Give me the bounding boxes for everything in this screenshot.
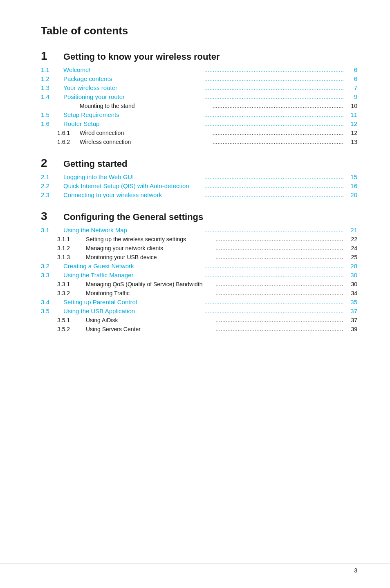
page-3-5-2: 39 [345,326,357,332]
toc-entry-3-5: 3.5 Using the USB Application 37 [41,306,357,315]
toc-title: Table of contents [41,25,357,37]
entry-label-3-2: Creating a Guest Network [63,263,203,269]
dots-1-1 [204,66,344,73]
dots-2-3 [204,191,344,198]
footer-line [0,563,390,563]
page-1-6-2: 13 [345,139,357,145]
page-1-6: 12 [345,120,357,127]
toc-entry-3-1: 3.1 Using the Network Map 21 [41,225,357,234]
toc-entry-1-6: 1.6 Router Setup 12 [41,119,357,128]
page-1-6-1: 12 [345,130,357,136]
entry-num-1-1: 1.1 [41,66,63,73]
page-2-1: 15 [345,173,357,180]
entry-label-3-5-2: Using Servers Center [86,326,214,332]
entry-label-1-6: Router Setup [63,120,203,127]
page-3-2: 28 [345,263,357,269]
dots-3-2 [204,263,344,269]
dots-1-5 [204,111,344,118]
page-3-1-3: 25 [345,254,357,260]
entry-num-3-4: 3.4 [41,298,63,305]
toc-entry-3-1-2: 3.1.2 Managing your network clients 24 [41,243,357,252]
entry-num-3-2: 3.2 [41,263,63,269]
entry-label-2-1: Logging into the Web GUI [63,173,203,180]
toc-entry-2-1: 2.1 Logging into the Web GUI 15 [41,172,357,181]
toc-entry-1-3: 1.3 Your wireless router 7 [41,83,357,92]
entry-label-3-5-1: Using AiDisk [86,317,214,323]
toc-entry-3-5-1: 3.5.1 Using AiDisk 37 [41,315,357,324]
entry-num-1-6-1: 1.6.1 [57,130,80,136]
toc-entry-3-3-1: 3.3.1 Managing QoS (Quality of Service) … [41,279,357,288]
page-3-5: 37 [345,307,357,314]
dots-1-6 [204,120,344,127]
dots-3-5 [204,307,344,314]
toc-entry-1-4: 1.4 Positioning your router 9 [41,92,357,101]
page-1-4: 9 [345,93,357,100]
entry-num-3-1: 3.1 [41,227,63,233]
entry-label-2-3: Connecting to your wireless network [63,191,203,198]
dots-3-1-2 [215,245,343,251]
entry-label-2-2: Quick Internet Setup (QIS) with Auto-det… [63,182,203,189]
entry-label-3-1-3: Monitoring your USB device [86,254,214,260]
chapter-1-heading: 1 Getting to know your wireless router [41,49,357,63]
toc-entry-3-4: 3.4 Setting up Parental Control 35 [41,297,357,306]
dots-3-4 [204,298,344,305]
toc-entry-3-3-2: 3.3.2 Monitoring Traffic 34 [41,288,357,297]
entry-label-mounting: Mounting to the stand [80,103,211,109]
entry-num-3-3: 3.3 [41,272,63,278]
entry-num-3-3-1: 3.3.1 [57,281,86,287]
toc-entry-1-1: 1.1 Welcome! 6 [41,65,357,74]
page-1-3: 7 [345,84,357,91]
toc-entry-3-5-2: 3.5.2 Using Servers Center 39 [41,324,357,333]
entry-num-3-1-2: 3.1.2 [57,245,86,251]
chapter-2-label: Getting started [63,159,127,169]
entry-label-3-5: Using the USB Application [63,307,203,314]
page-1-2: 6 [345,75,357,82]
toc-entry-3-1-1: 3.1.1 Setting up the wireless security s… [41,234,357,243]
toc-content: 1 Getting to know your wireless router 1… [41,49,357,333]
entry-label-1-3: Your wireless router [63,84,203,91]
dots-3-1-3 [215,254,343,260]
dots-3-3-2 [215,290,343,296]
toc-entry-2-3: 2.3 Connecting to your wireless network … [41,190,357,199]
entry-num-1-2: 1.2 [41,75,63,82]
chapter-1-num: 1 [41,49,63,63]
dots-3-1-1 [215,236,343,242]
dots-3-1 [204,227,344,233]
entry-num-1-3: 1.3 [41,84,63,91]
chapter-3-num: 3 [41,210,63,223]
page-3-3-2: 34 [345,290,357,296]
page-3-3: 30 [345,272,357,278]
entry-num-3-5: 3.5 [41,307,63,314]
entry-label-1-5: Setup Requirements [63,111,203,118]
toc-entry-1-6-2: 1.6.2 Wireless connection 13 [41,137,357,146]
dots-1-4 [204,93,344,100]
entry-num-2-3: 2.3 [41,191,63,198]
dots-3-5-1 [215,316,343,323]
toc-entry-3-3: 3.3 Using the Traffic Manager 30 [41,270,357,279]
entry-label-1-6-1: Wired connection [80,130,211,136]
entry-label-1-1: Welcome! [63,66,203,73]
chapter-2-num: 2 [41,157,63,170]
page-3-5-1: 37 [345,317,357,323]
page-3-3-1: 30 [345,281,357,287]
dots-mounting [213,102,344,109]
footer-page-number: 3 [354,567,357,574]
page-2-2: 16 [345,182,357,189]
entry-label-1-6-2: Wireless connection [80,139,211,145]
dots-3-5-2 [215,325,343,332]
entry-label-3-4: Setting up Parental Control [63,298,203,305]
entry-num-3-1-3: 3.1.3 [57,254,86,260]
page-2-3: 20 [345,191,357,198]
dots-1-6-2 [213,138,344,145]
entry-num-3-5-2: 3.5.2 [57,326,86,332]
entry-num-1-5: 1.5 [41,111,63,118]
toc-entry-2-2: 2.2 Quick Internet Setup (QIS) with Auto… [41,181,357,190]
entry-label-1-2: Package contents [63,75,203,82]
entry-label-1-4: Positioning your router [63,93,203,100]
entry-label-3-1: Using the Network Map [63,227,203,233]
entry-label-3-3-2: Monitoring Traffic [86,290,214,296]
toc-entry-1-2: 1.2 Package contents 6 [41,74,357,83]
page: Table of contents 1 Getting to know your… [0,0,390,588]
entry-num-1-6-2: 1.6.2 [57,139,80,145]
page-1-5: 11 [345,111,357,118]
